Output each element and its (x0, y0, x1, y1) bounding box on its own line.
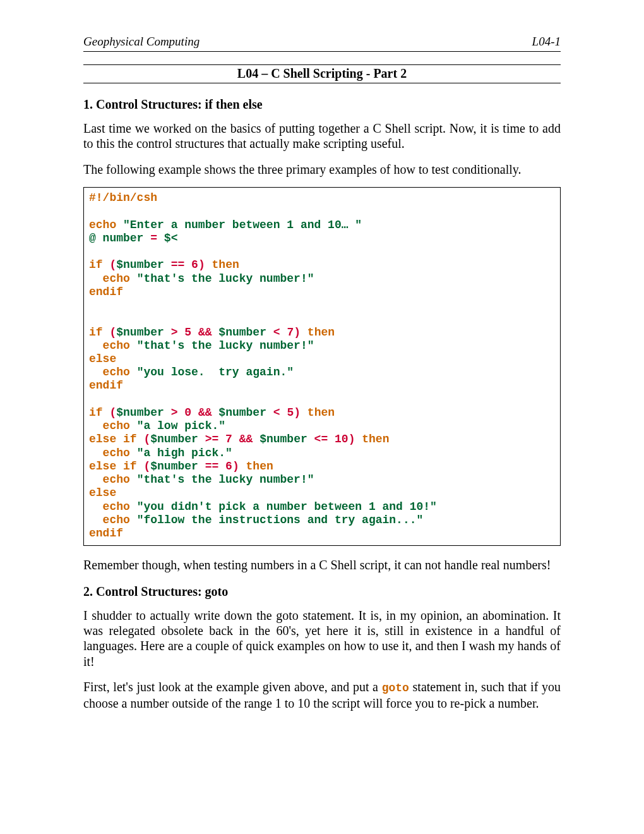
page-title: L04 – C Shell Scripting - Part 2 (237, 66, 407, 80)
inline-goto-keyword: goto (382, 682, 409, 694)
header-left: Geophysical Computing (83, 35, 200, 49)
header-rule (83, 51, 561, 52)
title-bar: L04 – C Shell Scripting - Part 2 (83, 64, 561, 83)
section-1-para-2: The following example shows the three pr… (83, 162, 561, 177)
header-right: L04-1 (532, 35, 561, 49)
section-2-para-1: I shudder to actually write down the got… (83, 608, 561, 670)
section-1-heading: 1. Control Structures: if then else (83, 97, 561, 112)
code-block-1: #!/bin/csh echo "Enter a number between … (83, 187, 561, 546)
page: Geophysical Computing L04-1 L04 – C Shel… (0, 0, 644, 834)
running-header: Geophysical Computing L04-1 (83, 35, 561, 49)
section-2-heading: 2. Control Structures: goto (83, 584, 561, 599)
mid-paragraph: Remember though, when testing numbers in… (83, 557, 561, 572)
section-2-para-2: First, let's just look at the example gi… (83, 679, 561, 711)
code-shebang: #!/bin/csh (89, 191, 157, 204)
section-1-para-1: Last time we worked on the basics of put… (83, 121, 561, 152)
